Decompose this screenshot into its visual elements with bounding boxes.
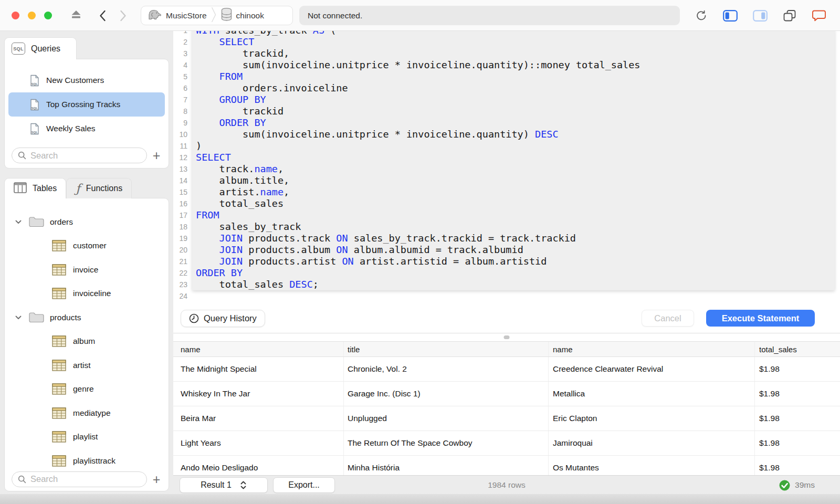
folder-icon [28, 311, 45, 323]
tree-table-customer[interactable]: customer [5, 234, 169, 258]
tree-folder-products[interactable]: products [5, 306, 169, 330]
chevron-down-icon[interactable] [15, 220, 23, 224]
line-number: 9 [173, 117, 192, 129]
line-number: 24 [173, 290, 192, 302]
table-cell[interactable]: $1.98 [755, 456, 840, 475]
table-cell[interactable]: Unplugged [344, 406, 549, 430]
code-line-23: total_sales DESC; [192, 279, 835, 290]
table-cell[interactable]: Ando Meio Desligado [173, 456, 344, 475]
table-row[interactable]: The Midnight SpecialChronicle, Vol. 2Cre… [173, 357, 840, 382]
column-header-total_sales[interactable]: total_sales [755, 342, 840, 356]
table-row[interactable]: Ando Meio DesligadoMinha HistóriaOs Muta… [173, 456, 840, 475]
success-check-icon [779, 480, 790, 491]
code-line-7: GROUP BY [192, 94, 835, 106]
query-item[interactable]: SQLTop Grossing Tracks [8, 92, 165, 117]
refresh-button[interactable] [695, 9, 708, 22]
svg-text:SQL: SQL [32, 130, 38, 133]
zoom-window-button[interactable] [44, 12, 52, 19]
tree-table-album[interactable]: album [5, 330, 169, 354]
table-cell[interactable]: $1.98 [755, 382, 840, 406]
line-number: 20 [173, 244, 192, 256]
table-cell[interactable]: Whiskey In The Jar [173, 382, 344, 406]
splitter[interactable] [173, 333, 840, 341]
tree-table-genre[interactable]: genre [5, 377, 169, 402]
table-cell[interactable]: $1.98 [755, 357, 840, 381]
table-cell[interactable]: Metallica [549, 382, 755, 406]
tables-search-input[interactable] [12, 471, 147, 487]
tree-table-artist[interactable]: artist [5, 353, 169, 377]
tab-queries[interactable]: SQL Queries [4, 37, 77, 59]
query-item[interactable]: SQLNew Customers [8, 68, 165, 92]
table-row[interactable]: Beira MarUnpluggedEric Clapton$1.98 [173, 406, 840, 431]
table-row[interactable]: Whiskey In The JarGarage Inc. (Disc 1)Me… [173, 382, 840, 406]
column-header-name[interactable]: name [549, 342, 755, 356]
column-header-title[interactable]: title [344, 342, 549, 356]
table-cell[interactable]: The Return Of The Space Cowboy [344, 431, 549, 455]
line-number: 8 [173, 106, 192, 117]
code-line-21: JOIN products.artist ON artist.artistid … [192, 256, 835, 267]
forward-button[interactable] [120, 10, 127, 22]
query-duration: 39ms [795, 480, 815, 490]
cancel-button[interactable]: Cancel [642, 310, 694, 327]
chevron-down-icon[interactable] [15, 316, 23, 320]
table-cell[interactable]: Creedence Clearwater Revival [549, 357, 755, 381]
table-cell[interactable]: $1.98 [755, 406, 840, 430]
query-item-label: New Customers [46, 76, 104, 85]
chat-bubble-icon[interactable] [812, 9, 826, 22]
line-number: 23 [173, 279, 192, 290]
table-row[interactable]: Light YearsThe Return Of The Space Cowbo… [173, 431, 840, 456]
breadcrumb[interactable]: MusicStore chinook [141, 6, 293, 25]
tree-table-playlisttrack[interactable]: playlisttrack [5, 449, 169, 473]
splitter-handle-icon[interactable] [504, 335, 510, 339]
tree-table-mediatype[interactable]: mediatype [5, 401, 169, 425]
table-icon [52, 407, 66, 419]
tree-folder-orders[interactable]: orders [5, 210, 169, 234]
line-number: 4 [173, 59, 192, 71]
table-cell[interactable]: Minha História [344, 456, 549, 475]
table-cell[interactable]: $1.98 [755, 431, 840, 455]
windows-button[interactable] [783, 9, 796, 22]
tab-tables[interactable]: Tables [4, 178, 66, 198]
table-cell[interactable]: Garage Inc. (Disc 1) [344, 382, 549, 406]
line-number: 3 [173, 48, 192, 59]
query-history-button[interactable]: Query History [181, 310, 265, 327]
toggle-right-sidebar-button[interactable] [753, 10, 768, 22]
add-table-button[interactable]: + [150, 472, 163, 487]
tree-table-playlist[interactable]: playlist [5, 425, 169, 449]
table-cell[interactable]: Jamiroquai [549, 431, 755, 455]
queries-panel: SQLNew Customers SQLTop Grossing Tracks … [4, 59, 169, 169]
execute-statement-button[interactable]: Execute Statement [706, 310, 815, 327]
add-query-button[interactable]: + [150, 148, 163, 163]
table-cell[interactable]: Beira Mar [173, 406, 344, 430]
query-item[interactable]: SQLWeekly Sales [8, 117, 165, 141]
eject-icon[interactable] [70, 9, 82, 20]
minimize-window-button[interactable] [28, 12, 36, 19]
sql-editor[interactable]: 123456789101112131415161718192021222324 … [173, 31, 840, 308]
query-history-label: Query History [204, 313, 257, 323]
table-cell[interactable]: Os Mutantes [549, 456, 755, 475]
breadcrumb-server[interactable]: MusicStore [166, 11, 207, 20]
sql-file-icon: SQL [29, 99, 40, 111]
table-cell[interactable]: The Midnight Special [173, 357, 344, 381]
clock-icon [189, 313, 199, 323]
column-header-name[interactable]: name [173, 342, 344, 356]
queries-search-input[interactable] [12, 148, 147, 163]
table-cell[interactable]: Chronicle, Vol. 2 [344, 357, 549, 381]
breadcrumb-database[interactable]: chinook [236, 11, 264, 20]
tab-functions[interactable]: ƒ Functions [66, 178, 132, 198]
code-line-13: track.name, [192, 163, 835, 175]
tree-table-invoice[interactable]: invoice [5, 258, 169, 282]
queries-list: SQLNew Customers SQLTop Grossing Tracks … [5, 59, 169, 141]
code-line-17: FROM [192, 209, 835, 221]
table-cell[interactable]: Eric Clapton [549, 406, 755, 430]
tree-table-invoiceline[interactable]: invoiceline [5, 282, 169, 306]
sidebar: SQL Queries SQLNew Customers SQLTop Gros… [0, 31, 173, 504]
toggle-left-sidebar-button[interactable] [723, 10, 738, 22]
tables-search [12, 471, 147, 487]
table-cell[interactable]: Light Years [173, 431, 344, 455]
close-window-button[interactable] [12, 12, 19, 19]
connection-status: Not connected. [299, 6, 680, 25]
line-number: 13 [173, 163, 192, 175]
back-button[interactable] [99, 10, 106, 22]
code-line-19: JOIN products.track ON sales_by_track.tr… [192, 233, 835, 244]
